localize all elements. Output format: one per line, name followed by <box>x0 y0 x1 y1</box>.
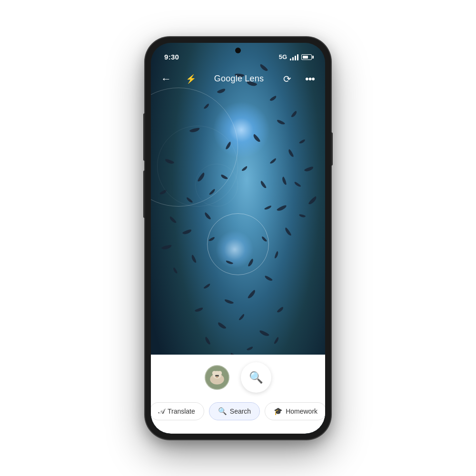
history-button[interactable]: ⟳ <box>279 71 295 87</box>
app-title: Google Lens <box>198 74 279 84</box>
spiral-ring-inner <box>195 164 238 207</box>
toolbar-left: ← ⚡ <box>159 71 198 87</box>
signal-bar-2 <box>292 57 294 60</box>
toolbar-right: ⟳ ••• <box>279 71 317 87</box>
search-icon: 🔍 <box>249 371 263 384</box>
status-bar: 9:30 5G <box>151 43 325 66</box>
shutter-button[interactable]: 🔍 <box>241 362 271 393</box>
battery-icon <box>301 54 312 60</box>
signal-bar-4 <box>297 54 298 60</box>
homework-icon: 🎓 <box>274 407 283 416</box>
camera-controls-row: 🔍 <box>151 362 325 393</box>
status-icons: 5G <box>279 53 312 60</box>
phone-screen: 9:30 5G ← ⚡ Google Lens <box>151 43 325 434</box>
front-camera <box>235 48 241 53</box>
svg-point-7 <box>216 376 218 378</box>
back-button[interactable]: ← <box>159 71 174 87</box>
focus-circle <box>207 213 269 275</box>
signal-bar-3 <box>295 56 296 60</box>
search-tab-icon: 🔍 <box>218 407 227 416</box>
status-time: 9:30 <box>164 53 179 61</box>
translate-label: Translate <box>168 407 195 415</box>
bottom-controls: 🔍 𝒜 Translate 🔍 Search 🎓 Homework <box>151 355 325 434</box>
homework-label: Homework <box>286 407 317 415</box>
search-tab[interactable]: 🔍 Search <box>209 402 260 420</box>
svg-point-3 <box>212 371 217 375</box>
search-label: Search <box>230 407 251 415</box>
more-button[interactable]: ••• <box>302 71 317 87</box>
phone-wrapper: 9:30 5G ← ⚡ Google Lens <box>145 37 331 439</box>
app-toolbar: ← ⚡ Google Lens ⟳ ••• <box>151 66 325 92</box>
translate-icon: 𝒜 <box>159 407 165 416</box>
signal-bar-1 <box>290 59 291 60</box>
flash-button[interactable]: ⚡ <box>183 71 198 87</box>
thumbnail-image <box>206 366 228 389</box>
svg-point-4 <box>218 371 222 375</box>
signal-bars <box>290 54 298 60</box>
translate-tab[interactable]: 𝒜 Translate <box>151 402 204 420</box>
network-type: 5G <box>279 53 287 60</box>
action-tabs: 𝒜 Translate 🔍 Search 🎓 Homework <box>151 402 325 420</box>
homework-tab[interactable]: 🎓 Homework <box>265 402 325 420</box>
gallery-thumbnail[interactable] <box>205 365 229 390</box>
battery-fill <box>303 56 308 59</box>
